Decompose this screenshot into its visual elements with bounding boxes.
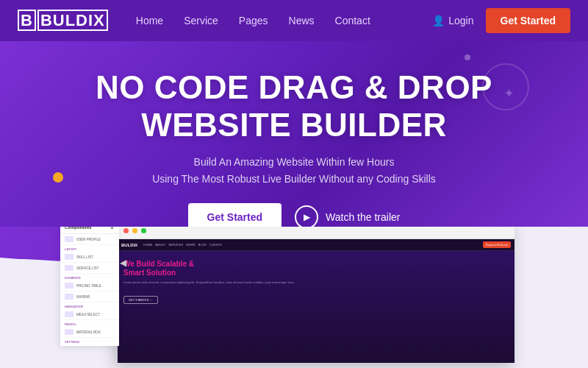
list-item[interactable]: USER PROFILE bbox=[60, 234, 119, 245]
nav-item-contact[interactable]: Contact bbox=[335, 14, 370, 27]
inner-logo: BULDIX bbox=[121, 243, 137, 247]
inner-cta-button: Request A Quote bbox=[483, 241, 511, 248]
browser-mockup: BULDIX HOME ABOUT SERVICES WORK BLOG CLI… bbox=[118, 227, 514, 363]
list-item[interactable]: SERVICE LIST bbox=[60, 263, 119, 274]
component-icon bbox=[65, 329, 74, 335]
play-icon: ▶ bbox=[295, 205, 318, 227]
list-item[interactable]: MEGA SELECT bbox=[60, 309, 119, 320]
inner-get-started-button[interactable]: GET STARTED → bbox=[123, 296, 158, 304]
hero-subtitle: Build An Amazing Website Within few Hour… bbox=[152, 154, 436, 187]
hero-get-started-button[interactable]: Get Started bbox=[188, 203, 282, 227]
comp-panel-title: Components bbox=[65, 227, 92, 230]
list-item[interactable]: PRICING TABLE bbox=[60, 280, 119, 291]
inner-hero: We Build Scalable & Smart Solution Lorem… bbox=[118, 251, 514, 363]
nav-right: 👤 Login Get Started bbox=[432, 8, 570, 33]
nav-get-started-button[interactable]: Get Started bbox=[486, 8, 570, 33]
list-item[interactable]: ACCORDION bbox=[60, 344, 119, 346]
hero-title: NO CODE DRAG & DROP WEBSITE BUILDER bbox=[96, 69, 492, 144]
nav-links: Home Service Pages News Contact bbox=[136, 14, 432, 27]
browser-topbar bbox=[118, 227, 514, 239]
component-icon bbox=[65, 283, 74, 289]
nav-item-home[interactable]: Home bbox=[136, 14, 163, 27]
hero-buttons: Get Started ▶ Watch the trailer bbox=[188, 203, 401, 227]
comp-section-elements: Elements bbox=[60, 274, 119, 280]
comp-section-settings: Settings bbox=[60, 338, 119, 344]
browser-content: BULDIX HOME ABOUT SERVICES WORK BLOG CLI… bbox=[118, 239, 514, 363]
browser-close-dot bbox=[123, 228, 129, 233]
left-arrow-icon[interactable]: ◀ bbox=[120, 258, 126, 268]
component-icon bbox=[65, 254, 74, 260]
comp-section-pages: Pages+ bbox=[60, 320, 119, 327]
hero-watch-button[interactable]: ▶ Watch the trailer bbox=[295, 205, 400, 227]
decorative-dot-orange bbox=[53, 172, 63, 183]
nav-item-news[interactable]: News bbox=[289, 14, 315, 27]
nav-item-service[interactable]: Service bbox=[184, 14, 218, 27]
list-item[interactable]: NAVBAR bbox=[60, 291, 119, 302]
hero-section: NO CODE DRAG & DROP WEBSITE BUILDER Buil… bbox=[0, 41, 588, 227]
inner-hero-body: Lorem ipsum dolor sit amet, consectetur … bbox=[123, 280, 509, 285]
list-item[interactable]: MATERIAL BOX bbox=[60, 327, 119, 338]
component-icon bbox=[65, 311, 74, 317]
navbar: BBULDIX Home Service Pages News Contact … bbox=[0, 0, 588, 41]
nav-item-pages[interactable]: Pages bbox=[239, 14, 268, 27]
comp-section-layout: Layout bbox=[60, 245, 119, 252]
comp-section-navigation: Navigation bbox=[60, 302, 119, 309]
inner-navbar: BULDIX HOME ABOUT SERVICES WORK BLOG CLI… bbox=[118, 239, 514, 251]
component-icon bbox=[65, 265, 74, 271]
list-item[interactable]: SKILL LIST bbox=[60, 252, 119, 263]
bottom-section: Components ▲ USER PROFILE Layout SKILL L… bbox=[0, 227, 588, 368]
login-button[interactable]: 👤 Login bbox=[432, 15, 473, 26]
browser-minimize-dot bbox=[132, 228, 137, 233]
user-icon: 👤 bbox=[432, 15, 445, 26]
component-icon bbox=[65, 236, 74, 242]
components-panel: Components ▲ USER PROFILE Layout SKILL L… bbox=[60, 227, 119, 346]
component-icon bbox=[65, 294, 74, 300]
comp-panel-header: Components ▲ bbox=[60, 227, 119, 234]
chevron-up-icon: ▲ bbox=[110, 227, 115, 230]
decorative-dot-purple bbox=[465, 54, 470, 60]
inner-hero-title: We Build Scalable & Smart Solution bbox=[123, 260, 509, 277]
browser-maximize-dot bbox=[141, 228, 146, 233]
logo: BBULDIX bbox=[18, 11, 110, 30]
